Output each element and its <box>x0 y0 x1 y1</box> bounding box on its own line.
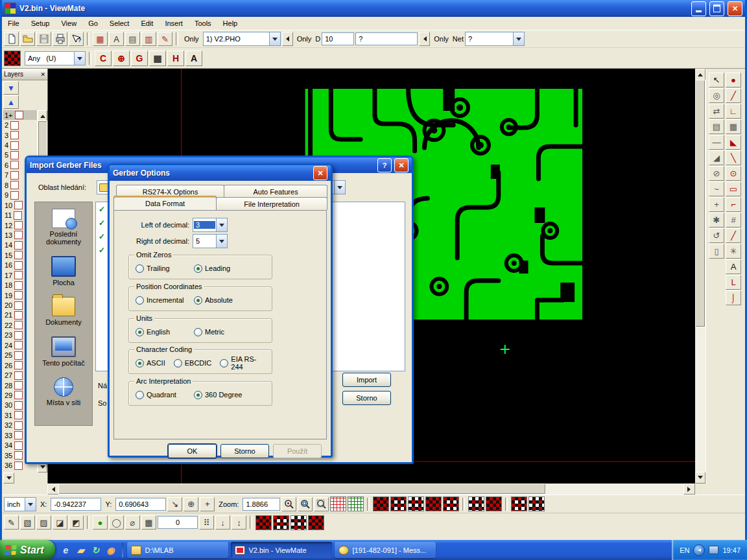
radio-option[interactable]: Absolute <box>194 296 252 305</box>
task-viewmate[interactable]: V2.bin - ViewMate <box>231 542 332 558</box>
net-report-icon[interactable]: ▥ <box>141 32 156 46</box>
radio-option[interactable]: ASCII <box>136 359 165 368</box>
chevron-down-icon[interactable] <box>216 235 227 248</box>
layer-colors-icon[interactable] <box>390 496 407 511</box>
aperture-pattern-icon[interactable] <box>4 51 21 66</box>
turn-tool-icon[interactable]: ⌡ <box>726 290 741 305</box>
mask-pattern-icon[interactable] <box>308 515 324 530</box>
layers-panel-header[interactable]: Layers ✕ <box>2 69 47 80</box>
sketch-icon[interactable]: ✎ <box>4 515 19 530</box>
radio-option[interactable]: EBCDIC <box>174 359 212 368</box>
trace-pattern-icon[interactable] <box>273 515 289 530</box>
ie-quicklaunch-icon[interactable]: e <box>59 544 72 557</box>
help-icon[interactable]: ? <box>377 158 392 172</box>
new-file-icon[interactable] <box>4 32 19 46</box>
previous-layer-button[interactable] <box>282 32 293 46</box>
fill-c-icon[interactable]: ◪ <box>53 515 67 530</box>
explorer-quicklaunch-icon[interactable]: ▰ <box>74 544 87 557</box>
layer-swatch[interactable] <box>14 321 23 329</box>
dcode-input[interactable]: 10 <box>322 32 354 45</box>
highlight-tool-icon[interactable]: H <box>167 51 184 66</box>
layer-swatch[interactable] <box>15 111 23 119</box>
tab-auto-features[interactable]: Auto Features <box>224 185 327 198</box>
minimize-button[interactable] <box>691 1 706 16</box>
menu-edit[interactable]: Edit <box>135 17 159 30</box>
menu-setup[interactable]: Setup <box>25 17 56 30</box>
hide-tray-icons-icon[interactable]: ◄ <box>693 544 705 556</box>
layer-swatch[interactable] <box>14 211 22 220</box>
menu-file[interactable]: File <box>2 17 25 30</box>
close-icon[interactable]: ✕ <box>40 71 45 78</box>
layer-down-button[interactable]: ▼ <box>3 81 19 95</box>
flash-tool-icon[interactable]: ✳ <box>726 244 741 259</box>
set-origin-icon[interactable]: ⊕ <box>184 497 198 511</box>
angle-tool-icon[interactable]: ◢ <box>709 150 724 165</box>
layer-swatch[interactable] <box>10 161 19 169</box>
menu-tools[interactable]: Tools <box>189 17 217 30</box>
layer-swatch[interactable] <box>14 441 23 450</box>
radio-option[interactable]: EIA RS-244 <box>220 355 263 371</box>
text-draw-icon[interactable]: A <box>726 259 741 274</box>
zoom-in-icon[interactable] <box>281 497 296 511</box>
goto-tool-icon[interactable]: G <box>131 51 148 66</box>
task-mlab[interactable]: D:\MLAB <box>127 542 228 558</box>
place-documents[interactable]: Dokumenty <box>36 297 91 326</box>
desktop-quicklaunch-icon[interactable]: ↻ <box>89 544 102 557</box>
bend-tool-icon[interactable]: ⌐ <box>726 197 741 212</box>
redline-icon[interactable]: ✎ <box>158 32 172 46</box>
diameter-icon[interactable]: ⌀ <box>125 515 140 530</box>
chevron-down-icon[interactable] <box>216 218 227 231</box>
composite-view-icon[interactable] <box>443 496 459 511</box>
task-messenger[interactable]: [191-482-091] - Mess... <box>335 542 436 558</box>
chevron-down-icon[interactable] <box>334 181 345 194</box>
close-button[interactable]: ✕ <box>728 1 742 16</box>
cancel-button[interactable]: Storno <box>342 391 391 405</box>
layer-swatch[interactable] <box>14 451 23 460</box>
layers-more-button[interactable] <box>3 472 14 484</box>
center-tool-icon[interactable]: ⊕ <box>113 51 130 66</box>
layer-swatch[interactable] <box>10 131 19 139</box>
cross-tool-icon[interactable]: + <box>709 197 724 212</box>
aperture-table-icon[interactable] <box>348 496 364 511</box>
layer-swatch[interactable] <box>14 311 23 320</box>
via-pattern-icon[interactable] <box>290 515 307 530</box>
grid-snap-icon[interactable] <box>511 496 527 511</box>
radio-option[interactable]: Quadrant <box>136 391 194 399</box>
start-button[interactable]: Start <box>0 540 55 560</box>
layer-up-button[interactable]: ▲ <box>3 95 19 109</box>
layer-swatch[interactable] <box>14 201 23 209</box>
snap-down-icon[interactable]: ↓ <box>215 515 230 530</box>
previous-dcode-button[interactable] <box>419 32 430 46</box>
layer-swatch[interactable] <box>14 431 23 439</box>
chevron-down-icon[interactable] <box>513 32 524 45</box>
fill-b-icon[interactable]: ▨ <box>36 515 51 530</box>
layer-swatch[interactable] <box>10 171 19 180</box>
only-net-label[interactable]: Only <box>434 35 449 43</box>
dcode-table-icon[interactable] <box>330 496 346 511</box>
chevron-down-icon[interactable] <box>74 52 85 65</box>
layer-swatch[interactable] <box>14 401 23 410</box>
null-tool-icon[interactable]: ⊘ <box>709 166 724 181</box>
circle-tool-icon[interactable]: ⊙ <box>726 166 741 181</box>
rotate-tool-icon[interactable]: ↺ <box>709 228 724 243</box>
any-filter-combo[interactable]: Any (U) <box>25 51 86 65</box>
tab-file-interpretation[interactable]: File Interpretation <box>216 197 327 210</box>
zoom-window-icon[interactable] <box>314 497 329 511</box>
scroll-left-icon[interactable] <box>47 484 59 495</box>
ok-button[interactable]: OK <box>168 444 217 458</box>
radio-option[interactable]: English <box>136 328 194 336</box>
crosshair-icon[interactable]: + <box>200 497 215 511</box>
units-combo[interactable]: inch <box>4 497 36 511</box>
layer-swatch[interactable] <box>14 341 23 349</box>
dot-grid-icon[interactable]: ⠿ <box>199 515 214 530</box>
tab-data-format[interactable]: Data Format <box>113 196 217 210</box>
scroll-up-icon[interactable] <box>38 110 47 121</box>
flash-mode-icon[interactable] <box>468 496 484 511</box>
c-tool-icon[interactable]: C <box>95 51 112 66</box>
layer-swatch[interactable] <box>14 301 23 310</box>
slash-tool-icon[interactable]: ╲ <box>726 150 741 165</box>
restore-button[interactable] <box>709 1 724 16</box>
grid-table-icon[interactable]: ▦ <box>141 515 156 530</box>
layer-swatch[interactable] <box>10 181 19 189</box>
layer-swatch[interactable] <box>14 241 23 250</box>
